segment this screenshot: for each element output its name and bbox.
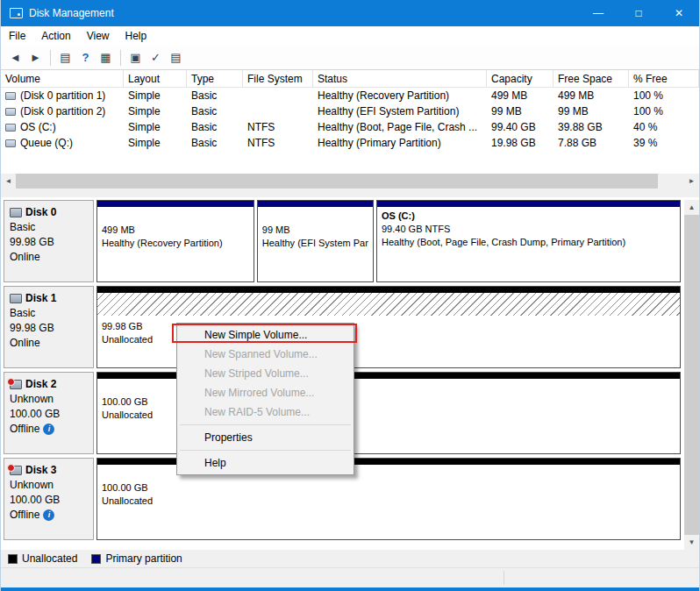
disk-size: 100.00 GB xyxy=(10,493,88,508)
volume-pctfree: 100 % xyxy=(629,89,699,102)
maximize-button[interactable]: □ xyxy=(618,0,659,26)
menu-view[interactable]: View xyxy=(79,26,118,46)
column-header-pctfree[interactable]: % Free xyxy=(629,70,699,87)
disk-size: 100.00 GB xyxy=(10,407,88,422)
action-pane-icon[interactable]: ▦ xyxy=(96,48,116,68)
disk-3-header[interactable]: Disk 3 Unknown 100.00 GB Offlinei xyxy=(4,458,94,540)
vertical-scrollbar[interactable]: ▲ ▼ xyxy=(684,200,699,550)
scroll-up-icon[interactable]: ▲ xyxy=(684,200,699,215)
column-header-freespace[interactable]: Free Space xyxy=(554,70,629,87)
horizontal-scrollbar[interactable]: ◄ ► xyxy=(1,174,699,189)
window-controls: — □ ✕ xyxy=(578,0,699,26)
partition-os-c[interactable]: OS (C:) 99.40 GB NTFS Healthy (Boot, Pag… xyxy=(376,200,681,282)
table-row[interactable]: Queue (Q:) Simple Basic NTFS Healthy (Pr… xyxy=(1,135,699,151)
pane-splitter[interactable] xyxy=(1,189,699,197)
partition-recovery[interactable]: 499 MB Healthy (Recovery Partition) xyxy=(96,200,254,282)
disk-offline-icon xyxy=(10,380,22,389)
volume-free: 7.88 GB xyxy=(554,137,629,149)
disk-name: Disk 0 xyxy=(25,205,56,220)
partition-status: Healthy (Boot, Page File, Crash Dump, Pr… xyxy=(382,236,675,249)
volume-status: Healthy (EFI System Partition) xyxy=(313,105,487,117)
volume-pctfree: 100 % xyxy=(629,105,699,117)
table-row[interactable]: OS (C:) Simple Basic NTFS Healthy (Boot,… xyxy=(1,119,699,135)
title-bar[interactable]: Disk Management — □ ✕ xyxy=(1,0,699,26)
partition-size: 99.40 GB NTFS xyxy=(382,223,675,236)
column-header-capacity[interactable]: Capacity xyxy=(487,70,554,87)
volume-type: Basic xyxy=(187,89,243,102)
menu-item-new-simple-volume[interactable]: New Simple Volume... xyxy=(177,325,354,345)
disk-icon xyxy=(10,294,22,303)
scrollbar-track[interactable] xyxy=(16,174,684,189)
legend-label: Primary partition xyxy=(105,552,182,565)
status-bar xyxy=(1,567,699,587)
menu-help[interactable]: Help xyxy=(118,26,155,46)
check-icon[interactable]: ✓ xyxy=(146,48,166,68)
scroll-down-icon[interactable]: ▼ xyxy=(684,535,699,550)
volume-layout: Simple xyxy=(124,137,187,149)
column-header-filesystem[interactable]: File System xyxy=(243,70,313,87)
forward-icon[interactable]: ► xyxy=(25,48,46,68)
primary-partition-stripe xyxy=(97,201,254,207)
toolbar: ◄ ► ▤ ? ▦ ▣ ✓ ▤ xyxy=(1,46,699,70)
disk-management-window: Disk Management — □ ✕ File Action View H… xyxy=(0,0,700,591)
disk-0-header[interactable]: Disk 0 Basic 99.98 GB Online xyxy=(4,200,94,282)
volume-capacity: 99 MB xyxy=(487,105,554,117)
partition-size: 499 MB xyxy=(102,224,249,237)
disk-2-header[interactable]: Disk 2 Unknown 100.00 GB Offlinei xyxy=(4,372,94,454)
info-icon[interactable]: i xyxy=(43,509,54,521)
table-row[interactable]: (Disk 0 partition 1) Simple Basic Health… xyxy=(1,88,699,103)
disk-0-partitions: 499 MB Healthy (Recovery Partition) 99 M… xyxy=(96,200,681,282)
menu-item-properties[interactable]: Properties xyxy=(177,428,354,447)
partition-efi[interactable]: 99 MB Healthy (EFI System Partition) xyxy=(257,200,374,282)
help-icon[interactable]: ? xyxy=(75,48,96,68)
table-row[interactable]: (Disk 0 partition 2) Simple Basic Health… xyxy=(1,103,699,119)
volume-status: Healthy (Boot, Page File, Crash ... xyxy=(313,121,487,133)
column-header-type[interactable]: Type xyxy=(187,70,243,87)
column-header-volume[interactable]: Volume xyxy=(1,70,124,87)
scroll-left-icon[interactable]: ◄ xyxy=(1,174,16,189)
tooltip-icon[interactable]: ▣ xyxy=(125,48,146,68)
disk-1-header[interactable]: Disk 1 Basic 99.98 GB Online xyxy=(4,286,94,368)
volume-name: (Disk 0 partition 1) xyxy=(20,89,105,102)
volume-name: (Disk 0 partition 2) xyxy=(20,105,105,117)
list-view-icon[interactable]: ▤ xyxy=(166,48,186,68)
disk-type: Unknown xyxy=(10,392,88,407)
disk-type: Basic xyxy=(10,306,88,321)
partition-label: OS (C:) xyxy=(382,210,675,223)
partition-size: 99 MB xyxy=(262,224,368,237)
disk-name: Disk 1 xyxy=(25,291,56,306)
legend-bar: Unallocated Primary partition xyxy=(1,550,699,567)
column-header-status[interactable]: Status xyxy=(313,70,487,87)
menu-action[interactable]: Action xyxy=(33,26,78,46)
status-bar-divider xyxy=(504,571,504,585)
disk-offline-icon xyxy=(10,466,22,475)
column-header-layout[interactable]: Layout xyxy=(124,70,187,87)
volume-type: Basic xyxy=(187,105,243,117)
primary-partition-swatch-icon xyxy=(91,554,101,564)
close-button[interactable]: ✕ xyxy=(659,0,699,26)
volume-capacity: 99.40 GB xyxy=(487,121,554,133)
volume-layout: Simple xyxy=(124,121,187,133)
menu-file[interactable]: File xyxy=(1,26,33,46)
info-icon[interactable]: i xyxy=(43,424,54,435)
window-bottom-border xyxy=(1,587,699,591)
console-tree-icon[interactable]: ▤ xyxy=(55,48,75,68)
table-header: Volume Layout Type File System Status Ca… xyxy=(1,70,699,88)
legend-unallocated: Unallocated xyxy=(8,552,77,565)
scrollbar-track[interactable] xyxy=(684,215,699,535)
scrollbar-thumb[interactable] xyxy=(16,174,658,189)
scrollbar-thumb[interactable] xyxy=(684,215,699,535)
disk-status: Online xyxy=(10,250,88,265)
back-icon[interactable]: ◄ xyxy=(5,48,25,68)
volume-free: 39.88 GB xyxy=(554,121,629,133)
minimize-button[interactable]: — xyxy=(578,0,618,26)
volume-pctfree: 40 % xyxy=(629,121,699,133)
scroll-right-icon[interactable]: ► xyxy=(684,174,699,189)
app-disk-icon xyxy=(10,8,23,18)
volume-icon xyxy=(5,92,16,100)
menu-item-help[interactable]: Help xyxy=(177,453,354,473)
volume-filesystem: NTFS xyxy=(243,137,313,149)
disk-size: 99.98 GB xyxy=(10,235,88,250)
disk-icon xyxy=(10,208,22,217)
disk-row-0: Disk 0 Basic 99.98 GB Online 499 MB Heal… xyxy=(4,200,681,282)
